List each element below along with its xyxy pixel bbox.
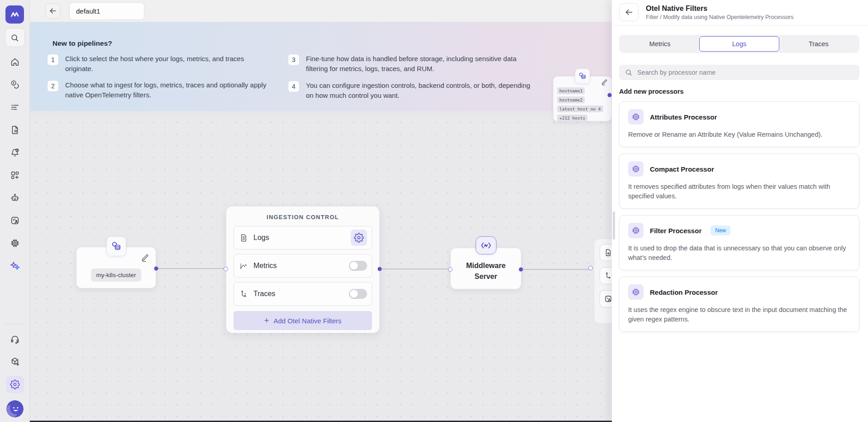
middleware-server-node[interactable]: Middleware Server [450, 248, 521, 289]
bell-alert-icon [10, 148, 20, 158]
ingestion-row-metrics[interactable]: Metrics [234, 254, 372, 278]
panel-body: Metrics Logs Traces Add new processors A… [612, 26, 868, 422]
sidebar-item-integrations[interactable] [6, 353, 24, 370]
processor-chip-icon [628, 109, 644, 125]
sidebar-item-home[interactable] [6, 53, 24, 71]
logo-wave-icon [9, 9, 21, 20]
processor-card-redaction[interactable]: Redaction Processor It uses the regex en… [619, 277, 859, 332]
connection-point[interactable] [224, 267, 228, 271]
sidebar-item-logs[interactable] [6, 99, 24, 116]
middleware-logo[interactable] [5, 5, 24, 24]
app-window: New to pipelines? 1 Click to select the … [0, 0, 868, 422]
panel-title: Otel Native Filters [646, 5, 794, 13]
k8s-cluster-icon [578, 72, 587, 81]
step-number: 3 [288, 54, 300, 66]
document-icon [604, 249, 612, 257]
sidebar-item-settings[interactable] [6, 376, 24, 393]
edge-middleware-to-destination [521, 269, 591, 270]
sidebar-search-button[interactable] [5, 28, 25, 47]
gear-icon [354, 233, 364, 243]
sidebar-item-billing[interactable] [6, 76, 24, 93]
logs-doc-icon [239, 234, 248, 242]
panel-back-button[interactable] [619, 3, 639, 21]
edit-source-node-button[interactable] [141, 254, 149, 262]
sidebar-item-ai[interactable] [6, 257, 24, 274]
help-title: New to pipelines? [52, 39, 112, 48]
processor-description: It uses the regex engine to obscure text… [628, 305, 851, 324]
processor-description: It removes specified attributes from log… [628, 182, 851, 201]
host-pills: hostname1 hostname2 latest host no 4 +21… [557, 87, 608, 121]
panel-header-text: Otel Native Filters Filter / Modify data… [646, 5, 794, 20]
add-otel-native-filters-button[interactable]: + Add Otel Native Filters [234, 311, 372, 330]
panel-scrollbar[interactable] [613, 211, 615, 240]
ingestion-control-title: INGESTION CONTROL [234, 214, 372, 221]
host-pill: latest host no 4 [557, 106, 603, 112]
tab-logs[interactable]: Logs [699, 36, 779, 52]
sidebar-item-reports[interactable] [6, 121, 24, 139]
step-text: Choose what to ingest for logs, metrics,… [65, 80, 267, 100]
connection-point[interactable] [588, 266, 593, 270]
stub-rum-box[interactable] [600, 290, 612, 307]
sidebar-item-infrastructure[interactable] [6, 235, 24, 252]
processor-search-input[interactable] [637, 69, 854, 76]
stub-traces-box[interactable] [600, 267, 612, 284]
processor-card-compact[interactable]: Compact Processor It removes specified a… [619, 153, 859, 209]
connection-point[interactable] [154, 267, 158, 271]
source-node-my-k8s-cluster[interactable]: my-k8s-cluster [76, 247, 156, 288]
connection-point[interactable] [378, 267, 382, 271]
ingestion-control-card[interactable]: INGESTION CONTROL Logs Metrics [226, 206, 380, 333]
processor-name: Compact Processor [650, 165, 714, 173]
help-step: 3 Fine-tune how data is handled before s… [288, 54, 521, 74]
stub-logs-box[interactable] [600, 244, 612, 261]
processor-chip-icon [628, 161, 644, 177]
new-badge: New [711, 225, 730, 235]
gear-icon [10, 379, 20, 389]
processor-card-attributes[interactable]: Attributes Processor Remove or Rename an… [619, 101, 859, 147]
k8s-badge [106, 236, 126, 256]
chip-icon [10, 238, 20, 248]
sidebar-item-assistant[interactable] [6, 189, 24, 206]
pipeline-name-input[interactable] [69, 2, 144, 20]
sidebar-item-rum[interactable] [6, 212, 24, 229]
host-preview-node[interactable]: hostname1 hostname2 latest host no 4 +21… [553, 76, 612, 121]
ingestion-row-label: Metrics [253, 262, 349, 270]
ingestion-row-traces[interactable]: Traces [234, 282, 372, 306]
traces-toggle-off[interactable] [349, 289, 367, 299]
sidebar-item-support[interactable] [6, 331, 24, 348]
processor-card-filter[interactable]: Filter Processor New It is used to drop … [619, 215, 859, 270]
ingestion-row-logs[interactable]: Logs [234, 226, 372, 249]
edit-host-preview-button[interactable] [601, 79, 608, 86]
step-number: 2 [47, 80, 59, 92]
plus-icon: + [264, 316, 269, 325]
destination-stub-card[interactable] [594, 239, 612, 324]
headphones-icon [10, 334, 20, 344]
pipeline-canvas[interactable]: New to pipelines? 1 Click to select the … [30, 22, 612, 422]
step-text: Fine-tune how data is handled before sto… [306, 54, 521, 74]
search-icon [625, 68, 633, 77]
user-avatar[interactable] [6, 400, 24, 417]
metrics-toggle-off[interactable] [349, 261, 367, 271]
toggle-knob [350, 262, 358, 270]
processor-name: Filter Processor [650, 227, 701, 235]
connection-point[interactable] [519, 268, 523, 272]
processor-description: Remove or Rename an Attribute Key (Value… [628, 130, 851, 139]
toggle-knob [350, 290, 358, 298]
ingestion-row-label: Traces [253, 290, 349, 298]
k8s-badge [575, 68, 590, 84]
connection-point[interactable] [448, 267, 453, 272]
source-node-label: my-k8s-cluster [91, 269, 142, 282]
add-otel-native-filters-label: Add Otel Native Filters [274, 317, 342, 325]
back-button[interactable] [45, 3, 60, 19]
sidebar-divider [5, 324, 24, 324]
sidebar-item-dashboards[interactable] [6, 167, 24, 184]
sidebar-item-alerts[interactable] [6, 144, 24, 161]
help-step: 1 Click to select the host where your lo… [47, 54, 267, 74]
add-processors-heading: Add new processors [619, 88, 859, 95]
logs-settings-button[interactable] [351, 230, 367, 246]
tab-traces[interactable]: Traces [779, 36, 858, 52]
document-icon [10, 125, 20, 135]
tab-metrics[interactable]: Metrics [620, 36, 699, 52]
panel-header: Otel Native Filters Filter / Modify data… [612, 0, 868, 26]
connection-point[interactable] [608, 93, 612, 97]
processor-search[interactable] [619, 65, 859, 80]
